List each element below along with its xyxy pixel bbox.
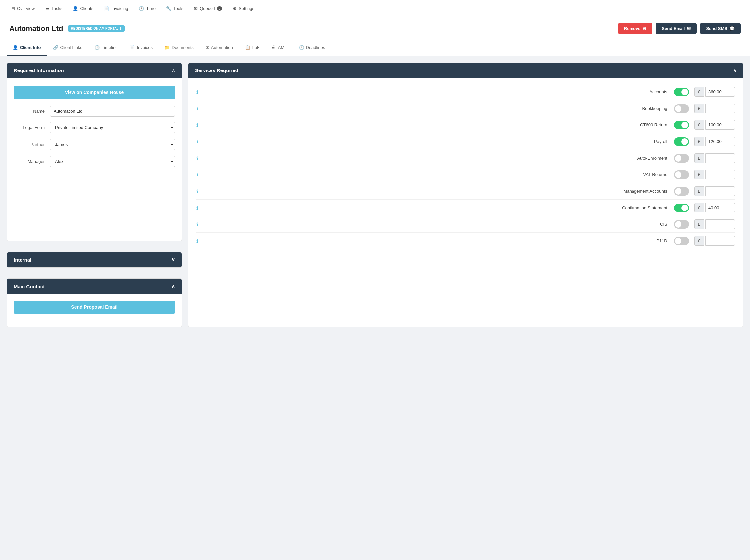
service-toggle[interactable]	[674, 104, 689, 113]
price-input[interactable]	[705, 203, 735, 213]
nav-invoicing[interactable]: 📄 Invoicing	[99, 3, 133, 14]
service-info-icon[interactable]: ℹ	[196, 89, 198, 95]
services-panel: Services Required ∧ ℹ Accounts £ ℹ Bookk…	[188, 63, 743, 327]
tab-client-info[interactable]: 👤 Client Info	[7, 40, 47, 56]
tab-timeline[interactable]: 🕐 Timeline	[88, 40, 124, 56]
name-row: Name	[14, 105, 175, 117]
service-toggle[interactable]	[674, 121, 689, 129]
tab-invoices[interactable]: 📄 Invoices	[123, 40, 159, 56]
service-row: ℹ CT600 Return £	[196, 117, 735, 133]
service-row: ℹ CIS £	[196, 216, 735, 233]
toggle-slider	[674, 121, 689, 129]
tab-aml[interactable]: 🏛 AML	[266, 40, 293, 56]
queued-badge: 6	[217, 6, 222, 11]
manager-select[interactable]: Alex	[50, 156, 175, 167]
services-chevron[interactable]: ∧	[733, 68, 736, 73]
page-header: Automation Ltd REGISTERED ON AM PORTAL ℹ…	[0, 17, 750, 40]
send-proposal-button[interactable]: Send Proposal Email	[14, 301, 175, 314]
service-info-icon[interactable]: ℹ	[196, 222, 198, 227]
nav-overview[interactable]: ⊞ Overview	[7, 3, 39, 14]
service-toggle[interactable]	[674, 154, 689, 162]
service-toggle[interactable]	[674, 171, 689, 179]
header-left: Automation Ltd REGISTERED ON AM PORTAL ℹ	[9, 24, 125, 33]
legal-form-select[interactable]: Private Limited Company	[50, 122, 175, 133]
tab-deadlines[interactable]: 🕐 Deadlines	[293, 40, 331, 56]
service-info-icon[interactable]: ℹ	[196, 122, 198, 128]
tab-automation[interactable]: ✉ Automation	[200, 40, 239, 56]
toggle-slider	[674, 171, 689, 179]
invoice-icon: 📄	[104, 6, 109, 11]
legal-form-row: Legal Form Private Limited Company	[14, 122, 175, 133]
service-toggle[interactable]	[674, 203, 689, 212]
price-input[interactable]	[705, 236, 735, 245]
service-info-icon[interactable]: ℹ	[196, 172, 198, 177]
main-contact-header[interactable]: Main Contact ∧	[7, 279, 182, 294]
toggle-slider	[674, 203, 689, 212]
required-info-chevron[interactable]: ∧	[172, 68, 175, 73]
timeline-clock-icon: 🕐	[94, 45, 100, 50]
required-info-title: Required Information	[14, 67, 64, 73]
toggle-slider	[674, 104, 689, 113]
service-name: Confirmation Statement	[201, 205, 674, 210]
nav-tasks[interactable]: ☰ Tasks	[41, 3, 67, 14]
automation-icon: ✉	[205, 45, 209, 50]
service-toggle[interactable]	[674, 187, 689, 196]
service-info-icon[interactable]: ℹ	[196, 156, 198, 161]
legal-form-label: Legal Form	[14, 125, 50, 130]
internal-title: Internal	[14, 257, 32, 263]
pound-symbol: £	[694, 186, 704, 196]
send-sms-button[interactable]: Send SMS 💬	[700, 23, 741, 34]
partner-select[interactable]: James	[50, 139, 175, 150]
service-toggle[interactable]	[674, 88, 689, 96]
tools-icon: 🔧	[166, 6, 171, 11]
price-input[interactable]	[705, 186, 735, 196]
tasks-icon: ☰	[45, 6, 49, 11]
grid-icon: ⊞	[11, 6, 15, 11]
settings-icon: ⚙	[233, 6, 237, 11]
service-row: ℹ VAT Returns £	[196, 166, 735, 183]
service-toggle[interactable]	[674, 220, 689, 229]
clients-icon: 👤	[73, 6, 78, 11]
tab-loe[interactable]: 📋 LoE	[239, 40, 266, 56]
service-name: P11D	[201, 238, 674, 243]
pound-symbol: £	[694, 137, 704, 146]
service-row: ℹ P11D £	[196, 233, 735, 249]
service-name: Payroll	[201, 139, 674, 144]
nav-time[interactable]: 🕐 Time	[134, 3, 160, 14]
price-input[interactable]	[705, 153, 735, 163]
price-group: £	[694, 120, 735, 130]
tab-client-links[interactable]: 🔗 Client Links	[47, 40, 88, 56]
service-name: Auto-Enrolment	[201, 156, 674, 161]
service-info-icon[interactable]: ℹ	[196, 139, 198, 144]
internal-header[interactable]: Internal ∨	[7, 252, 182, 267]
nav-queued[interactable]: ✉ Queued 6	[189, 3, 227, 14]
nav-settings[interactable]: ⚙ Settings	[228, 3, 259, 14]
service-toggle[interactable]	[674, 137, 689, 146]
name-input[interactable]	[50, 105, 175, 117]
price-input[interactable]	[705, 137, 735, 146]
price-input[interactable]	[705, 219, 735, 229]
price-input[interactable]	[705, 104, 735, 113]
tab-documents[interactable]: 📁 Documents	[159, 40, 200, 56]
price-input[interactable]	[705, 120, 735, 130]
view-companies-house-button[interactable]: View on Companies House	[14, 86, 175, 99]
nav-tools[interactable]: 🔧 Tools	[162, 3, 188, 14]
pound-symbol: £	[694, 104, 704, 113]
price-input[interactable]	[705, 170, 735, 179]
price-input[interactable]	[705, 87, 735, 97]
service-info-icon[interactable]: ℹ	[196, 205, 198, 211]
service-toggle[interactable]	[674, 237, 689, 245]
price-group: £	[694, 236, 735, 245]
toggle-slider	[674, 154, 689, 162]
clock-icon: 🕐	[139, 6, 144, 11]
remove-button[interactable]: Remove ⊖	[618, 23, 653, 34]
send-email-button[interactable]: Send Email ✉	[656, 23, 697, 34]
service-name: Bookkeeping	[201, 106, 674, 111]
nav-clients[interactable]: 👤 Clients	[68, 3, 98, 14]
invoices-icon: 📄	[129, 45, 135, 50]
user-icon: 👤	[13, 45, 18, 50]
main-contact-panel: Main Contact ∧ Send Proposal Email	[7, 278, 182, 327]
service-info-icon[interactable]: ℹ	[196, 106, 198, 111]
service-info-icon[interactable]: ℹ	[196, 189, 198, 194]
service-info-icon[interactable]: ℹ	[196, 238, 198, 244]
